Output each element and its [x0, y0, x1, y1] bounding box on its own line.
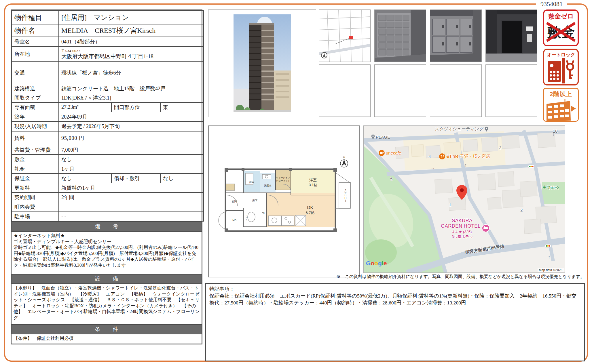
property-table: 物件種目[住居用] マンション物件名MELDIA CREST桜ノ宮Kirsch号… [11, 9, 202, 344]
table-row: 建築構造鉄筋コンクリート造 地上15階 総戸数42戸 [12, 84, 204, 93]
building-photo-frame [208, 9, 316, 117]
map-label: 桜宮方面東西86号線 [465, 243, 504, 255]
row-value: 7,000円 [59, 145, 204, 155]
svg-text:3.1帖: 3.1帖 [309, 183, 317, 187]
map-label: PLAGE [371, 134, 390, 140]
table-row: 物件名MELDIA CREST桜ノ宮Kirsch [12, 24, 204, 37]
row-label: 更新料 [12, 183, 59, 193]
conditions-text: 【条件】 保証会社利用必須 [12, 334, 202, 344]
table-row: 契約期間2年間 [12, 193, 204, 202]
map-label: 2 [520, 207, 523, 212]
badge-autolock-label: オートロック [544, 52, 578, 58]
table-row: 保証金なし償却・敷引なし [12, 174, 204, 183]
upper-floor-building-icon [545, 98, 577, 122]
map-label-text: 中野南公 [543, 185, 559, 190]
special-notes-body: 保証会社：保証会社利用必須 エポスカード(RP)保証料:賃料等の50%(最低2万… [209, 292, 581, 306]
map-label: スタジオシューティング [435, 126, 488, 132]
map-label: &Time 天満・桜ノ宮店 [439, 153, 490, 159]
map-label: GARDEN HOTEL [441, 223, 481, 229]
map-attribution: Map data ©2025 [538, 268, 564, 272]
table-row: 町内会費 [12, 202, 204, 212]
row-label: 町内会費 [12, 202, 59, 212]
row-value: 環状線「桜ノ宮」徒歩6分 [59, 61, 204, 84]
map-label-text: Map data ©2025 [539, 268, 563, 272]
row-label: 契約期間 [12, 193, 59, 202]
badge-second-floor-or-higher: 2階以上 [543, 88, 579, 122]
google-logo-letter: G [366, 260, 371, 266]
dk-label: DK [307, 205, 313, 210]
row-label: 共益費・管理費 [12, 145, 59, 155]
svg-text:6.7帖: 6.7帖 [306, 211, 314, 215]
row-value: 2024年09月 [59, 112, 204, 121]
row-label: 物件名 [12, 24, 59, 37]
table-row: 現況/入居時期退去予定 / 2026年5月下旬 [12, 121, 204, 131]
row-value: - - [59, 212, 204, 221]
equipment-header: 設 備 [12, 274, 202, 284]
empty-photo-frame [485, 64, 537, 117]
table-row: 礼金1ヶ月 [12, 164, 204, 174]
map-label-text: GARDEN HOTEL [441, 223, 481, 229]
equipment-text: 【水廻り】 洗面台（独立）・浴室乾燥機・シャワートイレ・洗髪洗面化粧台・バス・ト… [12, 284, 202, 324]
map-labels-layer: スタジオシューティング10PLAGEunecafe4&Time 天満・桜ノ宮店3… [364, 126, 565, 272]
row-value: なし [59, 155, 204, 164]
floorplan: N ウォークイン クローゼット 洋室 3.1帖 DK 6.7帖 浴室 洗面室 玄… [208, 125, 360, 277]
map-label-text: SAKURA [452, 218, 473, 223]
row-label: 礼金 [12, 164, 59, 174]
badge-no-deposit: 敷金ゼロ 敷金 [543, 9, 579, 46]
ps-label: PS [262, 212, 265, 214]
row-label: 償却・敷引 [111, 174, 160, 183]
row-label: 物件種目 [12, 11, 59, 24]
special-notes-box: 特記事項： 保証会社：保証会社利用必須 エポスカード(RP)保証料:賃料等の50… [205, 283, 585, 361]
google-map: →↑↓↑ スタジオシューティング10PLAGEunecafe4&Time 天満・… [363, 125, 565, 273]
row-value: 退去予定 / 2026年5月下旬 [59, 121, 204, 131]
google-logo: Google [366, 260, 387, 267]
row-label: 賃料 [12, 131, 59, 145]
table-row: 築年2024年09月 [12, 112, 204, 121]
svg-text:N: N [343, 156, 345, 159]
thumb-location-map [319, 9, 371, 62]
table-row: 交通環状線「桜ノ宮」徒歩6分 [12, 61, 204, 84]
map-label: 1 [449, 202, 451, 207]
row-value [59, 202, 204, 212]
row-label: 所在地 [12, 47, 59, 61]
row-label: 建築構造 [12, 84, 59, 93]
thumb-delivery-lockers-photo [430, 9, 482, 62]
address: 大阪府大阪市都島区中野町４丁目1-18 [61, 53, 201, 60]
map-label-text: unecafe [386, 150, 401, 155]
balcony-label: バルコニー [344, 188, 347, 202]
bedroom-label: 洋室 [309, 178, 317, 182]
row-value: 1DK[DK6.7 × 洋室3.1] [59, 93, 204, 102]
empty-photo-frame [319, 64, 371, 117]
postal-code: 〒534-0027 [61, 49, 201, 53]
google-logo-letter: g [378, 260, 382, 266]
restaurant-poi-icon [439, 153, 445, 159]
map-label-text: 2 [520, 207, 523, 212]
thumb-entrance-photo [485, 9, 537, 62]
row-value: 27.23m² [59, 102, 111, 112]
table-row: 賃料95,000 円 [12, 131, 204, 145]
map-label-text: PLAGE [376, 135, 390, 140]
remarks-header: 備 考 [12, 222, 202, 232]
svg-text:クローゼット: クローゼット [276, 180, 290, 182]
row-label: 交通 [12, 61, 59, 84]
map-label: 10 [553, 129, 558, 134]
row-value: 新賃料の1ヶ月 [59, 183, 204, 193]
table-row: 号室名0401（4階部分） [12, 37, 204, 47]
map-label: 3 [499, 145, 501, 150]
table-row: 敷金なし [12, 155, 204, 164]
row-value: 〒534-0027大阪府大阪市都島区中野町４丁目1-18 [59, 47, 204, 61]
map-label-text: 5 [390, 176, 392, 181]
table-row: 更新料新賃料の1ヶ月 [12, 183, 204, 193]
table-row: 共益費・管理費7,000円 [12, 145, 204, 155]
badge-no-deposit-label: 敷金ゼロ [544, 12, 578, 21]
map-label-text: 10 [553, 129, 558, 134]
row-label: 現況/入居時期 [12, 121, 59, 131]
map-place-pin-icon [371, 134, 375, 140]
map-label: 4 [428, 154, 431, 159]
entrance-label: 玄関 [232, 200, 237, 203]
map-label: 中野南公 [543, 185, 559, 190]
map-label: 3つ星ホテル [452, 234, 473, 239]
google-logo-letter: e [384, 260, 387, 266]
row-label: 保証金 [12, 174, 59, 183]
table-row: 物件種目[住居用] マンション [12, 11, 204, 24]
